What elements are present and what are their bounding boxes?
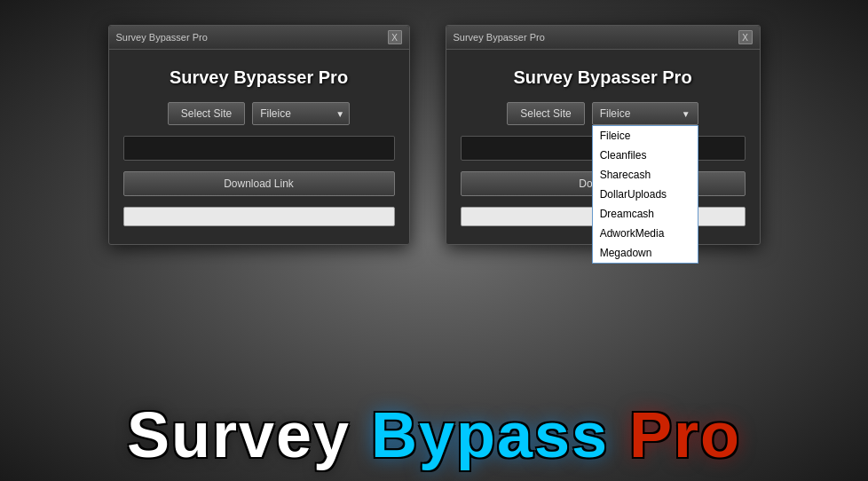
site-dropdown-1[interactable]: Fileice Cleanfiles Sharecash DollarUploa… — [252, 102, 350, 125]
download-button-1[interactable]: Download Link — [123, 171, 395, 196]
big-title-container: Survey Bypass Pro — [0, 403, 868, 467]
app-title-2: Survey Bypasser Pro — [513, 67, 691, 88]
controls-row-1: Select Site Fileice Cleanfiles Sharecash… — [123, 102, 395, 125]
dropdown-value-2: Fileice — [600, 107, 675, 120]
dropdown-item-cleanfiles[interactable]: Cleanfiles — [593, 146, 698, 165]
app-window-1: Survey Bypasser Pro X Survey Bypasser Pr… — [108, 25, 410, 245]
select-site-button-2[interactable]: Select Site — [507, 102, 584, 125]
dropdown-trigger-2[interactable]: Fileice ▼ — [592, 102, 698, 125]
dropdown-open-wrapper: Fileice ▼ Fileice Cleanfiles Sharecash D… — [592, 102, 698, 125]
url-input-1[interactable] — [123, 136, 395, 161]
big-title-pro: Pro — [629, 399, 741, 470]
dropdown-item-megadown[interactable]: Megadown — [593, 243, 698, 263]
title-bar-1: Survey Bypasser Pro X — [109, 26, 409, 50]
windows-row: Survey Bypasser Pro X Survey Bypasser Pr… — [108, 25, 761, 245]
dropdown-item-adworkmedia[interactable]: AdworkMedia — [593, 224, 698, 243]
dropdown-list-2: Fileice Cleanfiles Sharecash DollarUploa… — [592, 125, 698, 264]
dropdown-item-dollaruploads[interactable]: DollarUploads — [593, 185, 698, 204]
progress-bar-1 — [123, 207, 395, 226]
app-window-2: Survey Bypasser Pro X Survey Bypasser Pr… — [446, 25, 761, 245]
window-body-2: Survey Bypasser Pro Select Site Fileice … — [446, 50, 760, 244]
big-title-survey: Survey — [127, 399, 351, 470]
dropdown-item-fileice[interactable]: Fileice — [593, 126, 698, 146]
title-bar-text-2: Survey Bypasser Pro — [454, 32, 545, 43]
controls-row-2: Select Site Fileice ▼ Fileice Cleanfiles… — [461, 102, 746, 125]
dropdown-item-sharecash[interactable]: Sharecash — [593, 165, 698, 185]
window-body-1: Survey Bypasser Pro Select Site Fileice … — [109, 50, 409, 244]
close-button-1[interactable]: X — [388, 30, 402, 44]
select-site-button-1[interactable]: Select Site — [168, 102, 245, 125]
dropdown-item-dreamcash[interactable]: Dreamcash — [593, 204, 698, 224]
app-title-1: Survey Bypasser Pro — [170, 67, 348, 88]
dropdown-arrow-2: ▼ — [682, 109, 690, 119]
title-bar-text-1: Survey Bypasser Pro — [116, 32, 208, 43]
big-title-bypass: Bypass — [371, 399, 609, 470]
dropdown-container-1: Fileice Cleanfiles Sharecash DollarUploa… — [252, 102, 350, 125]
close-button-2[interactable]: X — [738, 30, 753, 44]
title-bar-2: Survey Bypasser Pro X — [446, 26, 760, 50]
